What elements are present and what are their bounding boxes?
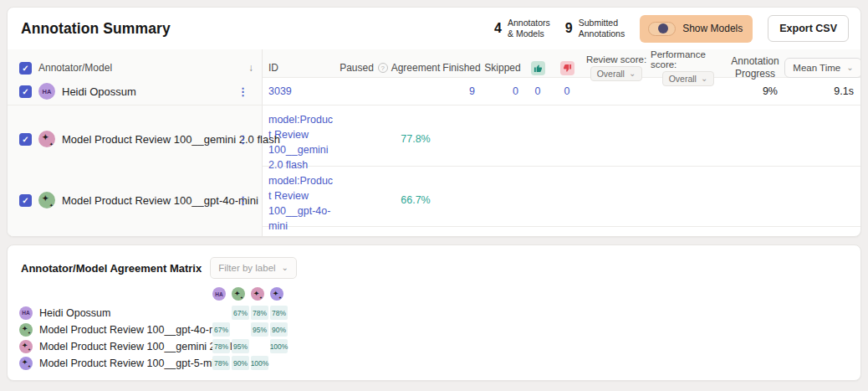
- annotator-name: Heidi Opossum: [62, 85, 136, 98]
- id-link[interactable]: model:Product Review 100__gpt-4o-mini: [263, 167, 338, 234]
- matrix-cell: 95%: [232, 339, 249, 353]
- thumbs-up-count[interactable]: 0: [523, 78, 552, 105]
- avatar: ✦✦: [251, 287, 264, 301]
- matrix-row: HA Heidi Opossum 67% 78% 78%: [19, 306, 860, 320]
- agreement-matrix: HA ✦✦ ✦✦ ✦✦ HA Heidi Opossum 67% 78% 78%…: [19, 287, 860, 370]
- row-checkbox[interactable]: ✓: [19, 194, 32, 207]
- thumbs-down-count[interactable]: 0: [552, 78, 582, 105]
- matrix-titlebar: Annotator/Model Agreement Matrix Filter …: [8, 245, 860, 280]
- skipped-count[interactable]: 0: [482, 78, 523, 105]
- table-row: ✓ ✦✦ Model Product Review 100__gpt-4o-mi…: [8, 167, 860, 227]
- matrix-entry-name: Model Product Review 100__gpt-4o-mini: [39, 324, 228, 336]
- help-icon[interactable]: ?: [378, 63, 388, 73]
- sparkle-icon: ✦✦: [235, 291, 243, 298]
- matrix-entry-name: Heidi Opossum: [39, 307, 110, 319]
- skipped-count: [482, 167, 523, 234]
- thumbs-down-count: [552, 167, 582, 234]
- matrix-cell: [251, 339, 268, 353]
- agreement-matrix-panel: Annotator/Model Agreement Matrix Filter …: [7, 244, 861, 381]
- sparkle-icon: ✦✦: [43, 196, 52, 205]
- matrix-cell: 67%: [212, 322, 230, 337]
- matrix-title: Annotator/Model Agreement Matrix: [21, 262, 202, 275]
- annotator-model-header-label: Annotator/Model: [38, 62, 112, 74]
- stat-value: 9: [565, 21, 573, 36]
- chevron-down-icon: ⌄: [282, 266, 288, 270]
- performance-score-label: Performance score:: [651, 49, 726, 69]
- finished-count: [442, 105, 482, 173]
- avatar: ✦✦: [38, 131, 55, 147]
- matrix-cell: [212, 306, 230, 320]
- show-models-toggle[interactable]: Show Models: [640, 15, 753, 43]
- annotator-name: Model Product Review 100__gpt-4o-mini: [62, 194, 258, 207]
- kebab-menu-icon[interactable]: ⋮: [237, 133, 248, 146]
- sparkle-icon: ✦✦: [23, 359, 30, 367]
- filter-by-label-text: Filter by label: [218, 263, 275, 273]
- summary-titlebar: Annotation Summary 4 Annotators & Models…: [8, 8, 860, 49]
- finished-count: [442, 167, 482, 234]
- row-checkbox[interactable]: ✓: [19, 85, 32, 98]
- annotator-cell: ✓ HA Heidi Opossum ⋮: [8, 78, 263, 105]
- select-all-checkbox[interactable]: ✓: [19, 62, 32, 75]
- annotation-progress-value: 9%: [726, 78, 784, 105]
- stat-value: 4: [494, 21, 502, 36]
- avatar: ✦✦: [270, 287, 283, 301]
- thumbs-down-count: [552, 105, 582, 173]
- performance-score-cell: [651, 167, 726, 234]
- matrix-header-row: HA ✦✦ ✦✦ ✦✦: [19, 287, 860, 301]
- row-checkbox[interactable]: ✓: [19, 133, 32, 146]
- agreement-cell: 77.8%: [390, 105, 442, 173]
- annotator-cell: ✓ ✦✦ Model Product Review 100__gemini 2.…: [8, 105, 263, 173]
- avatar: ✦✦: [19, 323, 33, 337]
- avatar: HA: [212, 287, 226, 301]
- mean-time-value: [784, 167, 861, 234]
- id-link[interactable]: 3039: [263, 78, 338, 105]
- annotation-progress-value: [726, 167, 784, 234]
- filter-by-label-select[interactable]: Filter by label ⌄: [210, 257, 297, 279]
- agreement-cell: [390, 78, 442, 105]
- sparkle-icon: ✦✦: [273, 291, 281, 298]
- paused-cell: [338, 167, 390, 234]
- review-score-label: Review score:: [586, 54, 646, 64]
- mean-time-select[interactable]: Mean Time ⌄: [784, 58, 861, 78]
- header-controls: 4 Annotators & Models 9 Submitted Annota…: [494, 15, 849, 43]
- kebab-menu-icon[interactable]: ⋮: [237, 85, 248, 98]
- sparkle-icon: ✦✦: [23, 342, 30, 350]
- finished-count[interactable]: 9: [442, 78, 482, 105]
- thumbs-up-count: [523, 105, 552, 173]
- mean-time-value: 9.1s: [784, 78, 861, 105]
- page-title: Annotation Summary: [21, 20, 171, 38]
- matrix-row: ✦✦ Model Product Review 100__gpt-4o-mini…: [19, 322, 860, 337]
- thumbs-up-icon: [531, 61, 545, 75]
- table-row: model:Product: [8, 227, 860, 237]
- matrix-cell: 90%: [232, 356, 249, 370]
- matrix-row: ✦✦ Model Product Review 100__gemini 2.0 …: [19, 339, 860, 353]
- toggle-knob: [658, 23, 668, 33]
- matrix-entry-name: Model Product Review 100__gpt-5-mini: [39, 358, 222, 369]
- sort-descending-icon[interactable]: ↓: [248, 62, 253, 74]
- thumbs-down-icon: [560, 61, 574, 75]
- performance-score-cell: [651, 105, 726, 173]
- skipped-count: [482, 105, 523, 173]
- export-csv-button[interactable]: Export CSV: [768, 15, 849, 42]
- avatar: ✦✦: [19, 340, 33, 353]
- matrix-cell: 67%: [232, 306, 249, 320]
- matrix-row-label: HA Heidi Opossum: [19, 306, 212, 320]
- review-score-cell: [582, 105, 651, 173]
- matrix-cell: 78%: [251, 306, 268, 320]
- thumbs-up-count: [523, 167, 552, 234]
- matrix-cell: 100%: [270, 339, 288, 353]
- chevron-down-icon: ⌄: [629, 72, 636, 75]
- matrix-row-label: ✦✦ Model Product Review 100__gemini 2.0 …: [19, 340, 212, 353]
- toggle-switch-icon[interactable]: [648, 22, 676, 36]
- agreement-cell: 66.7%: [390, 167, 442, 234]
- annotation-progress-value: [726, 105, 784, 173]
- review-score-cell: [582, 167, 651, 234]
- kebab-menu-icon[interactable]: ⋮: [237, 194, 248, 207]
- matrix-cell: 78%: [212, 339, 230, 353]
- annotator-cell: [8, 227, 263, 237]
- sparkle-icon: ✦✦: [254, 291, 262, 298]
- paused-header-label: Paused: [340, 62, 374, 74]
- id-link[interactable]: model:Product: [263, 227, 338, 237]
- avatar: ✦✦: [38, 192, 55, 208]
- avatar: HA: [19, 306, 33, 320]
